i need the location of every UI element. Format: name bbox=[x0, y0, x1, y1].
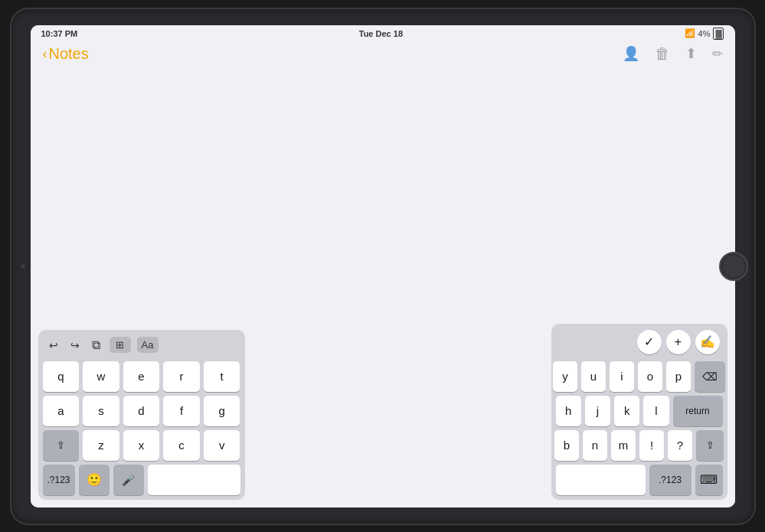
battery-icon: ▓ bbox=[713, 28, 724, 40]
ipad-frame: 10:37 PM Tue Dec 18 📶 4% ▓ ‹ Notes 👤 🗑 ⬆… bbox=[11, 9, 754, 524]
key-i[interactable]: i bbox=[610, 361, 634, 392]
key-emoji[interactable]: 🙂 bbox=[79, 465, 110, 495]
status-time: 10:37 PM bbox=[41, 29, 78, 38]
keyboard-left: ↩ ↪ ⧉ ⊞ Aa q w e r t a s bbox=[38, 330, 245, 500]
kb-toolbar-left: ↩ ↪ ⧉ ⊞ Aa bbox=[43, 335, 240, 357]
key-m[interactable]: m bbox=[611, 430, 636, 461]
kb-row-3-right: b n m ! ? ⇧ bbox=[556, 430, 723, 461]
key-space-left[interactable] bbox=[148, 465, 240, 495]
undo-icon[interactable]: ↩ bbox=[46, 337, 61, 354]
key-add-circle[interactable]: + bbox=[666, 330, 691, 354]
wifi-icon: 📶 bbox=[685, 28, 695, 38]
home-button[interactable] bbox=[719, 252, 748, 281]
person-icon[interactable]: 👤 bbox=[623, 45, 639, 62]
key-f[interactable]: f bbox=[163, 396, 200, 426]
key-a[interactable]: a bbox=[43, 396, 80, 426]
kb-row-4-left: .?123 🙂 🎤 bbox=[43, 465, 240, 495]
status-right: 📶 4% ▓ bbox=[685, 28, 724, 40]
share-icon[interactable]: ⬆ bbox=[685, 45, 697, 62]
key-t[interactable]: t bbox=[204, 361, 240, 392]
key-e[interactable]: e bbox=[123, 361, 160, 392]
kb-row-4-right: .?123 ⌨ bbox=[556, 465, 723, 495]
battery-percent: 4% bbox=[698, 29, 711, 38]
key-p[interactable]: p bbox=[666, 361, 691, 392]
key-q[interactable]: q bbox=[43, 361, 80, 392]
key-w[interactable]: w bbox=[83, 361, 119, 392]
keyboard-right: ✓ + ✍ y u i o p ⌫ h j k bbox=[551, 324, 727, 500]
key-h[interactable]: h bbox=[556, 396, 581, 426]
key-check-circle[interactable]: ✓ bbox=[637, 330, 662, 354]
key-o[interactable]: o bbox=[638, 361, 662, 392]
status-bar: 10:37 PM Tue Dec 18 📶 4% ▓ bbox=[31, 25, 735, 42]
key-l[interactable]: l bbox=[643, 396, 669, 426]
key-keyboard-hide[interactable]: ⌨ bbox=[695, 465, 723, 495]
key-r[interactable]: r bbox=[163, 361, 200, 392]
key-b[interactable]: b bbox=[554, 430, 579, 461]
key-exclaim[interactable]: ! bbox=[639, 430, 664, 461]
compose-icon[interactable]: ✏ bbox=[712, 46, 723, 62]
key-scribble-circle[interactable]: ✍ bbox=[695, 330, 720, 354]
nav-left: ‹ Notes bbox=[43, 45, 89, 63]
kb-row-3-left: ⇧ z x c v bbox=[43, 430, 240, 461]
key-num-right[interactable]: .?123 bbox=[649, 465, 691, 495]
key-j[interactable]: j bbox=[585, 396, 610, 426]
nav-right: 👤 🗑 ⬆ ✏ bbox=[623, 45, 723, 63]
kb-toolbar-right: ✓ + ✍ bbox=[556, 328, 723, 357]
key-s[interactable]: s bbox=[83, 396, 119, 426]
nav-title[interactable]: Notes bbox=[49, 45, 89, 63]
key-shift-right[interactable]: ⇧ bbox=[696, 430, 724, 461]
table-icon[interactable]: ⊞ bbox=[110, 337, 131, 353]
kb-row-1-right: y u i o p ⌫ bbox=[556, 361, 723, 392]
key-k[interactable]: k bbox=[614, 396, 639, 426]
ipad-screen: 10:37 PM Tue Dec 18 📶 4% ▓ ‹ Notes 👤 🗑 ⬆… bbox=[31, 25, 735, 508]
nav-bar: ‹ Notes 👤 🗑 ⬆ ✏ bbox=[31, 42, 735, 69]
key-c[interactable]: c bbox=[163, 430, 200, 461]
trash-icon[interactable]: 🗑 bbox=[655, 45, 670, 63]
key-space-right[interactable] bbox=[556, 465, 646, 495]
key-backspace[interactable]: ⌫ bbox=[695, 361, 725, 392]
key-u[interactable]: u bbox=[581, 361, 606, 392]
key-return[interactable]: return bbox=[673, 396, 723, 426]
note-area[interactable] bbox=[31, 69, 735, 324]
key-shift-left[interactable]: ⇧ bbox=[43, 430, 80, 461]
back-chevron-icon[interactable]: ‹ bbox=[43, 46, 47, 62]
kb-row-1-left: q w e r t bbox=[43, 361, 240, 392]
status-date: Tue Dec 18 bbox=[359, 29, 403, 38]
kb-row-2-left: a s d f g bbox=[43, 396, 240, 426]
clipboard-icon[interactable]: ⧉ bbox=[89, 336, 103, 354]
keyboard-area: ↩ ↪ ⧉ ⊞ Aa q w e r t a s bbox=[31, 324, 735, 508]
key-mic[interactable]: 🎤 bbox=[113, 465, 144, 495]
key-num-left[interactable]: .?123 bbox=[43, 465, 75, 495]
camera-dot bbox=[21, 264, 25, 269]
key-x[interactable]: x bbox=[123, 430, 160, 461]
key-d[interactable]: d bbox=[123, 396, 160, 426]
kb-row-2-right: h j k l return bbox=[556, 396, 723, 426]
key-question[interactable]: ? bbox=[668, 430, 692, 461]
format-icon[interactable]: Aa bbox=[137, 337, 159, 353]
key-z[interactable]: z bbox=[83, 430, 119, 461]
key-n[interactable]: n bbox=[583, 430, 607, 461]
key-g[interactable]: g bbox=[204, 396, 240, 426]
redo-icon[interactable]: ↪ bbox=[67, 337, 83, 354]
key-y[interactable]: y bbox=[553, 361, 577, 392]
key-v[interactable]: v bbox=[204, 430, 240, 461]
